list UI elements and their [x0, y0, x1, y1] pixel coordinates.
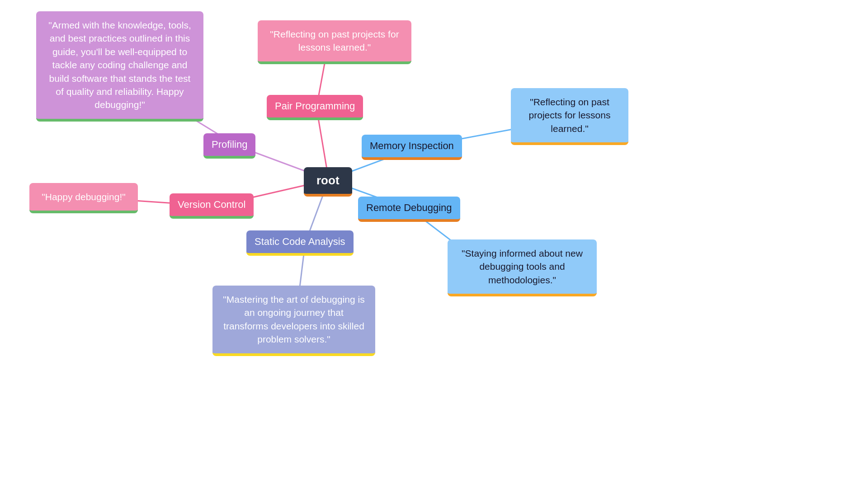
version-control-node[interactable]: Version Control	[170, 193, 254, 219]
profiling-node[interactable]: Profiling	[203, 133, 255, 159]
quote-top-pink: "Reflecting on past projects for lessons…	[258, 20, 411, 64]
quote-purple-large: "Armed with the knowledge, tools, and be…	[36, 11, 203, 122]
quote-happy-debugging: "Happy debugging!"	[29, 183, 138, 213]
root-node: root	[304, 167, 352, 197]
quote-blue-top: "Reflecting on past projects for lessons…	[511, 88, 628, 145]
remote-debugging-node[interactable]: Remote Debugging	[358, 197, 460, 222]
quote-indigo-large: "Mastering the art of debugging is an on…	[212, 286, 375, 356]
pair-programming-node[interactable]: Pair Programming	[267, 95, 363, 120]
memory-inspection-node[interactable]: Memory Inspection	[362, 135, 462, 160]
static-code-analysis-node[interactable]: Static Code Analysis	[246, 230, 354, 256]
quote-blue-bottom: "Staying informed about new debugging to…	[448, 239, 597, 296]
